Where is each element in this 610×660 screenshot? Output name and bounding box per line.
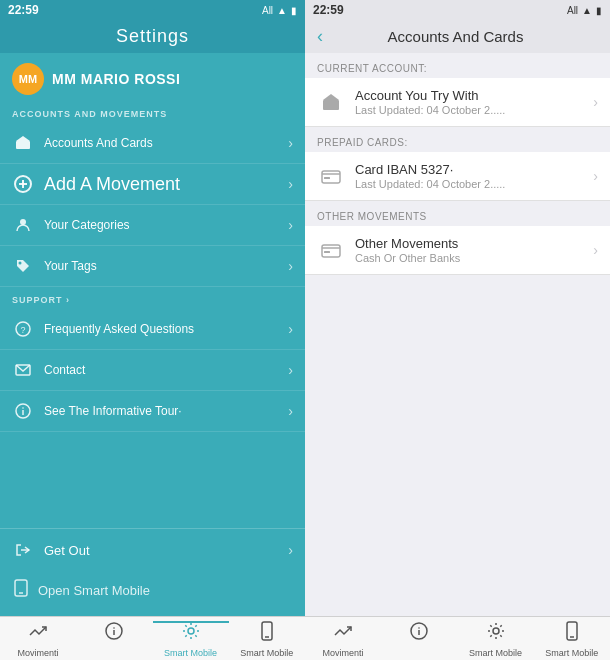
settings-icon-right: [486, 621, 506, 646]
right-network: All: [567, 5, 578, 16]
card-iban-subtitle: Last Updated: 04 October 2.....: [355, 178, 593, 190]
svg-point-33: [493, 628, 499, 634]
left-status-bar: 22:59 All ▲ ▮: [0, 0, 305, 20]
menu-item-add-movement[interactable]: Add A Movement ›: [0, 164, 305, 205]
tab-active-bar: [153, 621, 229, 623]
right-wifi-icon: ▲: [582, 5, 592, 16]
user-section: MM MM MARIO ROSSI: [0, 53, 305, 101]
user-initials-row: MM MM MARIO ROSSI: [12, 63, 293, 95]
right-battery-icon: ▮: [596, 5, 602, 16]
right-tab-bar: Movimenti Smart Mobile: [305, 616, 610, 660]
informative-tour-chevron: ›: [288, 403, 293, 419]
card-iban-icon: [317, 162, 345, 190]
tab-movimenti-label-left: Movimenti: [18, 648, 59, 658]
left-header: Settings: [0, 20, 305, 53]
tab-smart-right[interactable]: Smart Mobile: [534, 621, 610, 658]
svg-rect-0: [16, 141, 30, 149]
categories-icon: [12, 214, 34, 236]
accounts-cards-chevron: ›: [288, 135, 293, 151]
tags-chevron: ›: [288, 258, 293, 274]
card-item-other-movements[interactable]: Other Movements Cash Or Other Banks ›: [305, 226, 610, 275]
menu-item-faq[interactable]: ? Frequently Asked Questions ›: [0, 309, 305, 350]
svg-text:?: ?: [21, 325, 26, 335]
info-icon-left: [104, 621, 124, 646]
open-smart-label: Open Smart Mobile: [38, 583, 150, 598]
get-out-chevron: ›: [288, 542, 293, 558]
tab-settings-left[interactable]: Smart Mobile: [153, 621, 229, 658]
wifi-icon: ▲: [277, 5, 287, 16]
account-title: Account You Try With: [355, 88, 593, 103]
open-smart-icon: [12, 579, 30, 602]
menu-item-contact[interactable]: Contact ›: [0, 350, 305, 391]
left-header-title: Settings: [116, 26, 189, 46]
tab-settings-label-left: Smart Mobile: [164, 648, 217, 658]
card-iban-info: Card IBAN 5327· Last Updated: 04 October…: [355, 162, 593, 190]
menu-item-accounts-cards[interactable]: Accounts And Cards ›: [0, 123, 305, 164]
right-panel: 22:59 All ▲ ▮ ‹ Accounts And Cards CURRE…: [305, 0, 610, 660]
card-iban-chevron: ›: [593, 168, 598, 184]
menu-item-get-out[interactable]: Get Out ›: [0, 528, 305, 571]
svg-point-32: [419, 627, 421, 629]
tab-settings-right[interactable]: Smart Mobile: [458, 621, 534, 658]
menu-item-informative-tour[interactable]: See The Informative Tour· ›: [0, 391, 305, 432]
tab-info-left[interactable]: [76, 621, 152, 658]
card-item-iban[interactable]: Card IBAN 5327· Last Updated: 04 October…: [305, 152, 610, 201]
group-label-other-movements: OTHER MOVEMENTS: [305, 201, 610, 226]
avatar-initials: MM: [19, 73, 37, 85]
svg-marker-23: [323, 94, 339, 100]
settings-icon-left: [181, 621, 201, 646]
svg-marker-1: [16, 136, 30, 141]
smart-icon-left: [257, 621, 277, 646]
tags-icon: [12, 255, 34, 277]
tab-movimenti-left[interactable]: Movimenti: [0, 621, 76, 658]
accounts-cards-label: Accounts And Cards: [44, 136, 288, 150]
left-tab-bar: Movimenti: [0, 616, 305, 660]
svg-point-5: [20, 219, 26, 225]
tab-info-right[interactable]: [381, 621, 457, 658]
group-label-prepaid-cards: PREPAID CARDS:: [305, 127, 610, 152]
right-status-bar: 22:59 All ▲ ▮: [305, 0, 610, 20]
tab-settings-label-right: Smart Mobile: [469, 648, 522, 658]
left-panel: 22:59 All ▲ ▮ Settings MM MM MARIO ROSSI…: [0, 0, 305, 660]
other-movements-icon: [317, 236, 345, 264]
card-item-account-try-with[interactable]: Account You Try With Last Updated: 04 Oc…: [305, 78, 610, 127]
svg-point-6: [19, 262, 22, 265]
tab-movimenti-label-right: Movimenti: [323, 648, 364, 658]
other-movements-info: Other Movements Cash Or Other Banks: [355, 236, 593, 264]
left-time: 22:59: [8, 3, 39, 17]
group-label-current-account: CURRENT ACCOUNT:: [305, 53, 610, 78]
open-smart-mobile-row[interactable]: Open Smart Mobile: [0, 571, 305, 610]
info-tour-icon: [12, 400, 34, 422]
contact-icon: [12, 359, 34, 381]
account-bank-icon: [317, 88, 345, 116]
svg-point-12: [22, 407, 24, 409]
other-movements-subtitle: Cash Or Other Banks: [355, 252, 593, 264]
left-panel-inner: MM MM MARIO ROSSI ACCOUNTS AND MOVEMENTS…: [0, 53, 305, 660]
movimenti-icon-right: [333, 621, 353, 646]
menu-item-your-categories[interactable]: Your Categories ›: [0, 205, 305, 246]
add-movement-label: Add A Movement: [44, 174, 288, 195]
smart-icon-right: [562, 621, 582, 646]
your-tags-label: Your Tags: [44, 259, 288, 273]
back-button[interactable]: ‹: [317, 26, 323, 47]
right-content: CURRENT ACCOUNT: Account You Try With La…: [305, 53, 610, 616]
your-categories-label: Your Categories: [44, 218, 288, 232]
get-out-label: Get Out: [44, 543, 288, 558]
add-movement-chevron: ›: [288, 176, 293, 192]
svg-rect-29: [324, 251, 330, 253]
left-status-icons: All ▲ ▮: [262, 5, 297, 16]
right-header-title: Accounts And Cards: [331, 28, 580, 45]
account-info: Account You Try With Last Updated: 04 Oc…: [355, 88, 593, 116]
categories-chevron: ›: [288, 217, 293, 233]
card-iban-title: Card IBAN 5327·: [355, 162, 593, 177]
avatar: MM: [12, 63, 44, 95]
tab-smart-left[interactable]: Smart Mobile: [229, 621, 305, 658]
menu-item-your-tags[interactable]: Your Tags ›: [0, 246, 305, 287]
get-out-icon: [12, 539, 34, 561]
svg-rect-22: [323, 100, 339, 110]
tab-movimenti-right[interactable]: Movimenti: [305, 621, 381, 658]
svg-point-18: [114, 627, 116, 629]
right-status-icons: All ▲ ▮: [567, 5, 602, 16]
network-icon: All: [262, 5, 273, 16]
right-time: 22:59: [313, 3, 344, 17]
